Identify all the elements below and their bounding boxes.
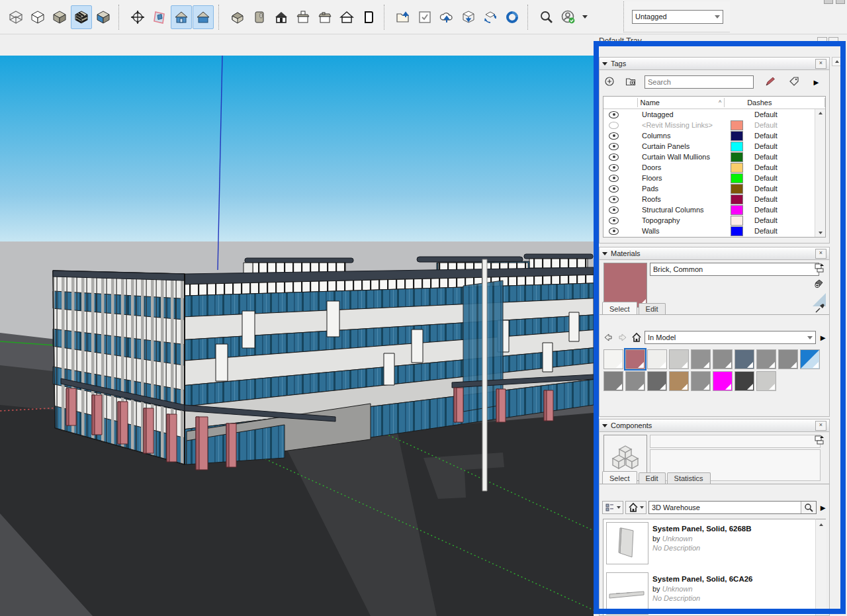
component-thumbnail[interactable] bbox=[606, 572, 648, 615]
view-iso-button[interactable] bbox=[227, 5, 248, 29]
tag-row[interactable]: PadsDefault bbox=[603, 183, 815, 194]
materials-tab-select[interactable]: Select bbox=[602, 302, 637, 315]
material-swatch[interactable] bbox=[669, 349, 689, 369]
components-details-arrow[interactable]: ► bbox=[819, 504, 827, 512]
tag-dashes-value[interactable]: Default bbox=[754, 163, 778, 171]
tag-row[interactable]: RoofsDefault bbox=[603, 194, 815, 204]
eye-visible-icon[interactable] bbox=[609, 196, 619, 203]
tray-scroll-up-button[interactable] bbox=[832, 57, 842, 66]
tag-row[interactable]: WallsDefault bbox=[603, 226, 815, 236]
search-sketchup-button[interactable] bbox=[536, 5, 557, 29]
material-swatch[interactable] bbox=[603, 349, 623, 369]
tags-list-scrollbar[interactable] bbox=[815, 109, 825, 237]
tag-color-swatch[interactable] bbox=[731, 142, 743, 152]
tag-color-swatch[interactable] bbox=[731, 195, 743, 204]
material-swatch[interactable] bbox=[691, 371, 711, 391]
materials-panel-header[interactable]: Materials × bbox=[600, 247, 829, 260]
tray-pin-button[interactable] bbox=[817, 37, 827, 46]
secondary-pane-icon[interactable] bbox=[814, 263, 825, 273]
material-swatch[interactable] bbox=[669, 371, 689, 391]
view-house-front-button[interactable] bbox=[171, 5, 192, 29]
eye-visible-icon[interactable] bbox=[609, 164, 619, 171]
trimble-connect-button[interactable] bbox=[502, 5, 523, 29]
view-back-button[interactable] bbox=[314, 5, 335, 29]
collapse-triangle-icon[interactable] bbox=[602, 252, 607, 255]
component-list-item[interactable]: System Panel, Solid, 6CA26by UnknownNo D… bbox=[603, 572, 825, 615]
style-shaded-textures-button[interactable] bbox=[71, 5, 92, 29]
component-title[interactable]: System Panel, Solid, 6CA26 bbox=[652, 575, 752, 583]
materials-close-button[interactable]: × bbox=[815, 249, 826, 259]
tag-dashes-value[interactable]: Default bbox=[754, 206, 778, 214]
materials-details-arrow[interactable]: ► bbox=[819, 333, 827, 342]
search-button[interactable] bbox=[801, 502, 816, 513]
tag-color-swatch[interactable] bbox=[731, 205, 743, 215]
tray-close-button[interactable] bbox=[828, 37, 838, 46]
tag-row[interactable]: FloorsDefault bbox=[603, 173, 815, 183]
tags-search-input[interactable] bbox=[645, 75, 754, 89]
material-swatch[interactable] bbox=[756, 349, 776, 369]
eye-visible-icon[interactable] bbox=[609, 132, 619, 140]
component-list-item[interactable]: System Panel, Solid, 6268Bby UnknownNo D… bbox=[603, 522, 825, 570]
tag-dashes-value[interactable]: Default bbox=[754, 142, 778, 150]
view-top-button[interactable] bbox=[292, 5, 314, 29]
view-left-button[interactable] bbox=[336, 5, 357, 29]
tag-row[interactable]: TopographyDefault bbox=[603, 215, 815, 226]
components-tab-edit[interactable]: Edit bbox=[639, 472, 666, 484]
material-swatch[interactable] bbox=[735, 349, 754, 369]
tag-name-label[interactable]: Walls bbox=[642, 227, 659, 235]
eye-visible-icon[interactable] bbox=[609, 217, 619, 224]
tag-name-label[interactable]: Untagged bbox=[642, 110, 674, 118]
purge-pencil-icon[interactable] bbox=[763, 76, 778, 89]
window-controls[interactable] bbox=[824, 0, 845, 4]
add-tag-folder-button[interactable] bbox=[623, 76, 638, 89]
tags-close-button[interactable]: × bbox=[815, 59, 826, 69]
eye-visible-icon[interactable] bbox=[609, 154, 619, 161]
model-checkup-button[interactable] bbox=[414, 5, 435, 29]
tag-name-label[interactable]: <Revit Missing Links> bbox=[642, 121, 713, 129]
col-dashes-label[interactable]: Dashes bbox=[725, 99, 825, 107]
tag-name-label[interactable]: Topography bbox=[642, 216, 680, 224]
view-front-button[interactable] bbox=[271, 5, 292, 29]
tags-panel-header[interactable]: Tags × bbox=[600, 58, 829, 70]
component-title[interactable]: System Panel, Solid, 6268B bbox=[652, 525, 752, 533]
secondary-pane-icon[interactable] bbox=[814, 435, 825, 445]
tag-color-swatch[interactable] bbox=[731, 152, 743, 162]
tags-details-arrow[interactable]: ► bbox=[812, 78, 821, 87]
tag-dashes-value[interactable]: Default bbox=[754, 132, 778, 140]
material-swatch[interactable] bbox=[625, 349, 645, 369]
eye-hidden-icon[interactable] bbox=[609, 122, 619, 129]
eye-visible-icon[interactable] bbox=[609, 228, 619, 235]
tag-row[interactable]: ColumnsDefault bbox=[603, 130, 815, 141]
tag-dashes-value[interactable]: Default bbox=[754, 174, 778, 182]
col-name-label[interactable]: Name bbox=[641, 99, 660, 107]
tag-row[interactable]: UntaggedDefault bbox=[603, 109, 815, 120]
open-upload-button[interactable] bbox=[392, 5, 414, 29]
material-swatch[interactable] bbox=[713, 371, 733, 391]
eye-visible-icon[interactable] bbox=[609, 143, 619, 150]
forward-arrow-icon[interactable] bbox=[617, 332, 629, 343]
material-swatch[interactable] bbox=[713, 349, 733, 369]
tag-color-swatch[interactable] bbox=[731, 163, 743, 173]
material-swatch[interactable] bbox=[778, 349, 798, 369]
tag-color-swatch[interactable] bbox=[731, 131, 743, 141]
get-models-button[interactable] bbox=[458, 5, 479, 29]
create-material-icon[interactable] bbox=[814, 278, 825, 288]
components-home-button[interactable] bbox=[625, 501, 646, 514]
tag-dashes-value[interactable]: Default bbox=[754, 195, 778, 203]
material-swatch[interactable] bbox=[800, 349, 820, 369]
tag-row[interactable]: Curtain Wall MullionsDefault bbox=[603, 152, 815, 162]
component-thumbnail[interactable] bbox=[606, 522, 648, 564]
components-tab-select[interactable]: Select bbox=[602, 471, 637, 484]
tag-dashes-value[interactable]: Default bbox=[754, 185, 778, 193]
material-preview-swatch[interactable] bbox=[603, 263, 647, 308]
view-house-iso-button[interactable] bbox=[193, 5, 214, 29]
style-monochrome-button[interactable] bbox=[93, 5, 114, 29]
tag-name-label[interactable]: Doors bbox=[642, 163, 661, 171]
material-swatch[interactable] bbox=[625, 371, 645, 391]
tags-table-header[interactable]: Name ^ Dashes bbox=[603, 97, 825, 109]
view-right-button[interactable] bbox=[358, 5, 379, 29]
tag-name-label[interactable]: Roofs bbox=[642, 195, 661, 203]
tag-dashes-value[interactable]: Default bbox=[754, 153, 778, 161]
tag-row[interactable]: Curtain PanelsDefault bbox=[603, 141, 815, 152]
material-swatch[interactable] bbox=[603, 371, 623, 391]
